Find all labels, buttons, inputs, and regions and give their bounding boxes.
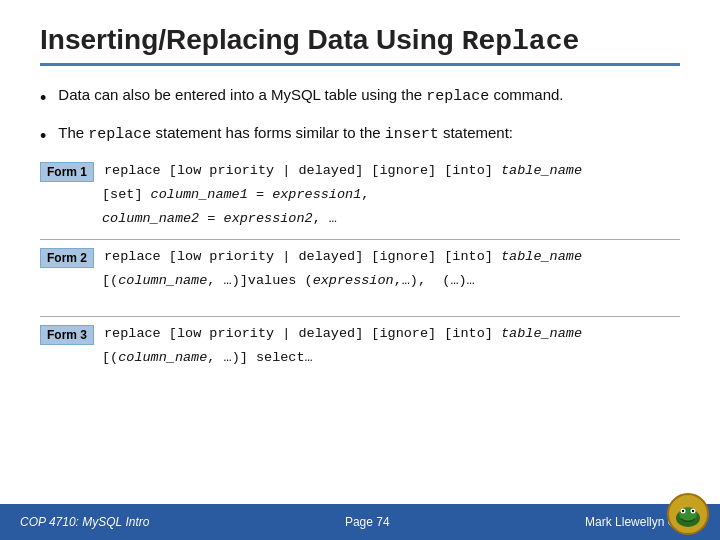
slide-title: Inserting/Replacing Data Using Replace — [40, 24, 680, 66]
slide: Inserting/Replacing Data Using Replace •… — [0, 0, 720, 540]
bullet-1-text: Data can also be entered into a MySQL ta… — [58, 84, 680, 109]
form-1-line3: column_name2 = expression2, … — [40, 208, 680, 230]
bullet-2-code-insert: insert — [385, 126, 439, 143]
footer-center: Page 74 — [345, 515, 390, 529]
form-1-block: Form 1 replace [low priority | delayed] … — [40, 160, 680, 229]
svg-point-6 — [692, 510, 694, 512]
form-2-label: Form 2 — [40, 248, 94, 268]
form-1-line2: [set] column_name1 = expression1, — [40, 184, 680, 206]
title-text-code: Replace — [462, 26, 580, 57]
divider-1 — [40, 239, 680, 240]
bullet-2-code-replace: replace — [88, 126, 151, 143]
form-2-line2: [(column_name, …)]values (expression,…),… — [40, 270, 680, 292]
bullet-1: • Data can also be entered into a MySQL … — [40, 84, 680, 112]
form-1-label: Form 1 — [40, 162, 94, 182]
footer: COP 4710: MySQL Intro Page 74 Mark Llewe… — [0, 504, 720, 540]
form-2-line1: replace [low priority | delayed] [ignore… — [104, 246, 680, 268]
form-3-label: Form 3 — [40, 325, 94, 345]
form-3-line1: replace [low priority | delayed] [ignore… — [104, 323, 680, 345]
form-1-line1: replace [low priority | delayed] [ignore… — [104, 160, 680, 182]
bullet-dot-2: • — [40, 123, 46, 150]
form-2-row1: Form 2 replace [low priority | delayed] … — [40, 246, 680, 268]
bullet-section: • Data can also be entered into a MySQL … — [40, 84, 680, 150]
form-1-row1: Form 1 replace [low priority | delayed] … — [40, 160, 680, 182]
footer-left: COP 4710: MySQL Intro — [20, 515, 149, 529]
svg-point-4 — [682, 510, 684, 512]
form-2-block: Form 2 replace [low priority | delayed] … — [40, 246, 680, 292]
footer-right: Mark Llewellyn © — [585, 515, 700, 529]
bullet-1-code: replace — [426, 88, 489, 105]
bullet-2: • The replace statement has forms simila… — [40, 122, 680, 150]
form-3-row1: Form 3 replace [low priority | delayed] … — [40, 323, 680, 345]
bullet-dot-1: • — [40, 85, 46, 112]
bullet-2-text: The replace statement has forms similar … — [58, 122, 680, 147]
divider-2 — [40, 316, 680, 317]
gator-logo-icon — [666, 492, 710, 536]
title-text-normal: Inserting/Replacing Data Using — [40, 24, 462, 55]
form-3-block: Form 3 replace [low priority | delayed] … — [40, 323, 680, 369]
form-3-line2: [(column_name, …)] select… — [40, 347, 680, 369]
